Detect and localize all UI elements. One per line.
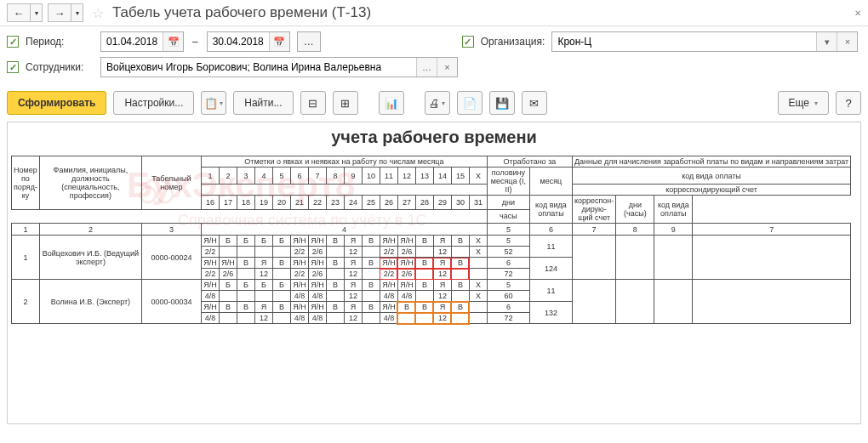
timesheet-table: Номер по поряд-ку Фамилия, инициалы, дол… <box>11 156 851 324</box>
col-corr-top: корреспондирующий счет <box>572 185 850 196</box>
close-icon[interactable]: ✕ <box>854 9 861 18</box>
col-marks: Отметки о явках и неявках на работу по ч… <box>201 156 487 168</box>
col-half: половину месяца (I, II) <box>487 168 529 196</box>
col-worked: Отработано за <box>487 156 572 168</box>
period-select-button[interactable]: … <box>297 31 321 52</box>
col-number: Номер по поряд-ку <box>12 156 40 210</box>
employees-checkbox[interactable]: ✓ <box>7 61 19 73</box>
calendar-icon[interactable]: 📅 <box>163 32 183 51</box>
col-fio: Фамилия, инициалы, должность (специально… <box>39 156 141 210</box>
settings-button[interactable]: Настройки... <box>113 91 194 115</box>
clear-icon[interactable]: × <box>437 58 457 77</box>
col-month: месяц <box>529 168 572 196</box>
date-to-input[interactable] <box>208 32 269 51</box>
table-row: 1Войцехович И.Б. (Ведущий эксперт)0000-0… <box>12 236 851 247</box>
clear-icon[interactable]: × <box>837 32 857 51</box>
table-row: 2Волина И.В. (Эксперт)0000-00034Я/НББББЯ… <box>12 280 851 291</box>
document-heading: учета рабочего времени <box>8 122 860 156</box>
org-input[interactable] <box>552 32 816 51</box>
expand-icon[interactable]: ⊞ <box>333 91 358 115</box>
col-paycode2: код вида оплаты <box>654 196 693 224</box>
help-button[interactable]: ? <box>836 91 861 115</box>
period-label: Период: <box>26 36 94 48</box>
nav-back-menu[interactable]: ▾ <box>31 3 43 22</box>
more-button[interactable]: Еще▾ <box>778 91 829 115</box>
save-icon[interactable]: 💾 <box>489 91 515 115</box>
period-checkbox[interactable]: ✓ <box>7 36 19 48</box>
nav-forward-menu[interactable]: ▾ <box>71 3 83 22</box>
page-title: Табель учета рабочего времени (Т-13) <box>112 4 371 21</box>
calendar-icon[interactable]: 📅 <box>269 32 289 51</box>
favorite-icon[interactable]: ☆ <box>92 5 104 21</box>
employees-select-button[interactable]: … <box>416 58 437 77</box>
col-paydata: Данные для начисления заработной платы п… <box>572 156 850 168</box>
dropdown-icon[interactable]: ▾ <box>816 32 837 51</box>
employees-input[interactable] <box>101 58 416 77</box>
print-icon[interactable]: 🖨▾ <box>425 91 450 115</box>
variants-button[interactable]: 📋▾ <box>201 91 226 115</box>
date-from-input[interactable] <box>101 32 163 51</box>
nav-forward-button[interactable]: → <box>48 3 71 22</box>
employees-label: Сотрудники: <box>26 61 94 73</box>
col-tabnum: Табельный номер <box>141 156 201 210</box>
col-paycode-top: код вида оплаты <box>572 168 850 185</box>
col-paycode: код вида оплаты <box>529 196 572 224</box>
org-label: Организация: <box>481 36 545 48</box>
org-checkbox[interactable]: ✓ <box>462 36 474 48</box>
col-corr: корреспон-дирую-щий счет <box>572 196 615 224</box>
chart-icon[interactable]: 📊 <box>379 91 404 115</box>
form-button[interactable]: Сформировать <box>7 91 106 115</box>
mail-icon[interactable]: ✉ <box>522 91 547 115</box>
sheet-icon[interactable]: 📄 <box>457 91 483 115</box>
find-button[interactable]: Найти... <box>233 91 293 115</box>
document-area[interactable]: учета рабочего времени БухЭксперт8 Справ… <box>7 122 861 424</box>
nav-back-button[interactable]: ← <box>7 3 31 22</box>
col-dayshours: дни (часы) <box>616 196 654 224</box>
collapse-icon[interactable]: ⊟ <box>300 91 326 115</box>
